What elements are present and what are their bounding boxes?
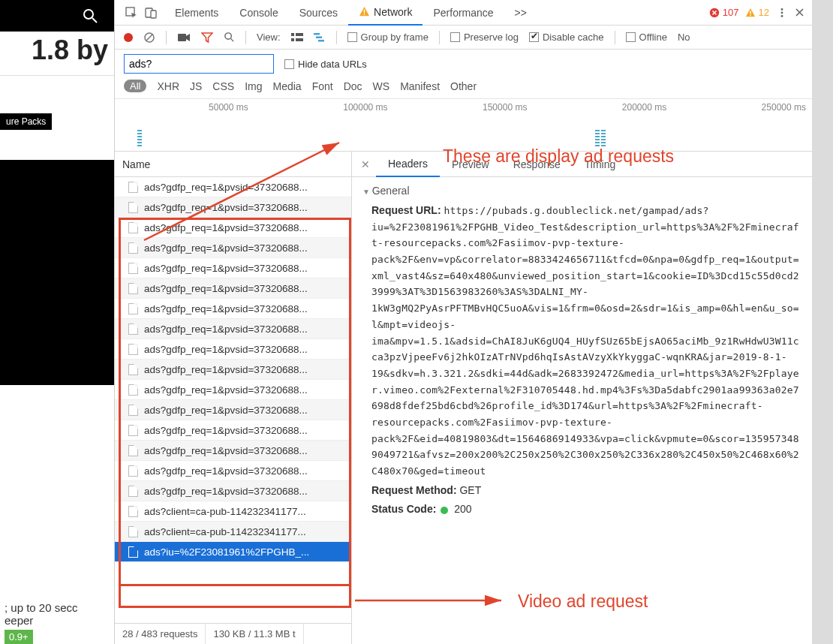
- tick: 100000 ms: [254, 102, 394, 113]
- request-row[interactable]: ads?gdfp_req=1&pvsid=37320688...: [115, 177, 351, 197]
- warning-icon: [745, 8, 756, 18]
- request-method-row: Request Method: GET: [371, 483, 801, 499]
- request-name: ads?gdfp_req=1&pvsid=37320688...: [144, 182, 308, 193]
- annotation-box-list: [119, 218, 351, 584]
- detail-tabbar: ✕ Headers Preview Response Timing: [352, 152, 812, 177]
- kebab-menu-icon[interactable]: [777, 8, 787, 18]
- type-css[interactable]: CSS: [212, 80, 234, 92]
- document-icon: [128, 182, 138, 193]
- device-toolbar-icon[interactable]: [145, 7, 157, 19]
- large-rows-icon[interactable]: [291, 32, 303, 43]
- type-manifest[interactable]: Manifest: [400, 80, 440, 92]
- clear-icon[interactable]: [143, 32, 155, 44]
- request-summary: 28 / 483 requests 130 KB / 11.3 MB t: [115, 623, 351, 644]
- svg-rect-21: [296, 38, 303, 41]
- footer-line2: eeper: [5, 614, 110, 627]
- error-count[interactable]: 107: [709, 7, 739, 18]
- view-label: View:: [257, 32, 281, 43]
- record-button[interactable]: [124, 33, 133, 42]
- svg-rect-22: [314, 33, 320, 35]
- devtools-tabbar: Elements Console Sources Network Perform…: [115, 0, 812, 26]
- detail-tab-response[interactable]: Response: [501, 152, 573, 177]
- camera-icon[interactable]: [177, 32, 191, 43]
- disable-cache-checkbox[interactable]: Disable cache: [529, 32, 604, 43]
- svg-rect-20: [291, 38, 294, 41]
- detail-body[interactable]: General Request URL: https://pubads.g.do…: [352, 177, 812, 644]
- page-background: 1.8 by ure Packs ; up to 20 secc eeper 0…: [0, 0, 114, 644]
- waterfall-icon[interactable]: [314, 32, 326, 43]
- search-icon[interactable]: [224, 32, 235, 43]
- tick: 50000 ms: [115, 102, 254, 113]
- tab-performance[interactable]: Performance: [423, 0, 504, 26]
- close-devtools-icon[interactable]: [795, 8, 804, 17]
- close-detail-icon[interactable]: ✕: [358, 158, 376, 170]
- svg-rect-6: [364, 14, 365, 15]
- tick: 200000 ms: [533, 102, 672, 113]
- svg-rect-5: [364, 10, 365, 14]
- filter-input[interactable]: [124, 54, 274, 74]
- tab-elements[interactable]: Elements: [164, 0, 229, 26]
- document-icon: [128, 202, 138, 213]
- type-ws[interactable]: WS: [373, 80, 390, 92]
- svg-rect-15: [178, 34, 186, 41]
- svg-line-1: [92, 18, 97, 23]
- preserve-log-checkbox[interactable]: Preserve log: [450, 32, 519, 43]
- throttle-label[interactable]: No: [678, 32, 690, 43]
- warning-count[interactable]: 12: [745, 7, 769, 18]
- tab-network[interactable]: Network: [348, 0, 423, 26]
- type-filter-row: All XHR JS CSS Img Media Font Doc WS Man…: [115, 74, 812, 99]
- svg-line-14: [146, 34, 152, 40]
- scroll-gutter: [812, 0, 833, 644]
- detail-tab-preview[interactable]: Preview: [440, 152, 501, 177]
- status-dot-icon: [441, 507, 448, 514]
- request-count: 28 / 483 requests: [115, 624, 206, 644]
- request-name: ads?gdfp_req=1&pvsid=37320688...: [144, 202, 308, 213]
- section-general[interactable]: General: [362, 185, 801, 197]
- status-code-row: Status Code: 200: [371, 501, 801, 518]
- detail-tab-headers[interactable]: Headers: [376, 152, 440, 177]
- transfer-size: 130 KB / 11.3 MB t: [206, 624, 303, 644]
- type-font[interactable]: Font: [312, 80, 333, 92]
- tick: 250000 ms: [672, 102, 812, 113]
- type-xhr[interactable]: XHR: [157, 80, 179, 92]
- hide-data-urls-checkbox[interactable]: Hide data URLs: [284, 59, 367, 70]
- timeline-overview[interactable]: 50000 ms 100000 ms 150000 ms 200000 ms 2…: [115, 99, 812, 152]
- svg-point-16: [225, 33, 231, 39]
- svg-point-0: [84, 10, 93, 19]
- site-tag: ure Packs: [0, 113, 52, 130]
- filter-row: Hide data URLs: [115, 50, 812, 74]
- request-method-value: GET: [459, 484, 481, 496]
- request-url-row: Request URL: https://pubads.g.doubleclic…: [371, 203, 801, 480]
- type-all[interactable]: All: [124, 80, 146, 92]
- detail-tab-timing[interactable]: Timing: [573, 152, 628, 177]
- svg-point-11: [781, 11, 783, 14]
- inspect-element-icon[interactable]: [125, 7, 137, 19]
- tab-sources[interactable]: Sources: [289, 0, 348, 26]
- type-img[interactable]: Img: [245, 80, 262, 92]
- type-other[interactable]: Other: [450, 80, 477, 92]
- offline-checkbox[interactable]: Offline: [626, 32, 667, 43]
- site-heading: 1.8 by: [0, 32, 114, 76]
- request-url-label: Request URL:: [371, 204, 441, 216]
- column-header-name[interactable]: Name: [115, 152, 351, 177]
- video-player[interactable]: [0, 160, 114, 385]
- svg-line-17: [230, 38, 233, 41]
- request-url-value: https://pubads.g.doubleclick.net/gampad/…: [371, 205, 799, 477]
- search-icon[interactable]: [81, 7, 99, 25]
- tick: 150000 ms: [394, 102, 534, 113]
- site-footer-snippet: ; up to 20 secc eeper 0.9+: [0, 595, 114, 644]
- type-doc[interactable]: Doc: [344, 80, 362, 92]
- tab-more[interactable]: >>: [504, 0, 537, 26]
- network-toolbar: View: Group by frame Preserve log Disabl…: [115, 26, 812, 50]
- tab-network-label: Network: [374, 6, 412, 18]
- tab-console[interactable]: Console: [229, 0, 288, 26]
- svg-rect-23: [316, 36, 322, 38]
- type-js[interactable]: JS: [190, 80, 202, 92]
- svg-rect-4: [151, 11, 156, 18]
- type-media[interactable]: Media: [273, 80, 302, 92]
- svg-rect-19: [296, 33, 303, 36]
- request-row[interactable]: ads?gdfp_req=1&pvsid=37320688...: [115, 197, 351, 218]
- svg-rect-18: [291, 33, 294, 36]
- filter-icon[interactable]: [201, 32, 213, 44]
- group-by-frame-checkbox[interactable]: Group by frame: [347, 32, 429, 43]
